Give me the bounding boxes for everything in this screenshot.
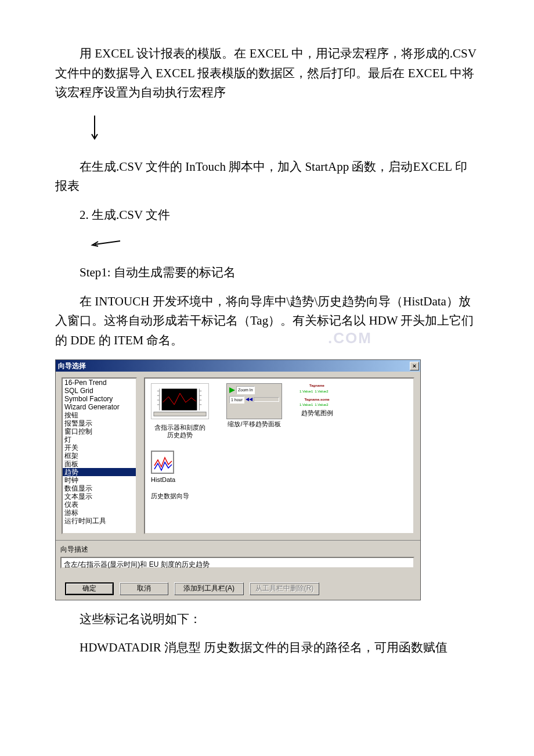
histdata-icon — [151, 451, 174, 474]
play-icon — [229, 387, 235, 393]
paragraph-6: 这些标记名说明如下： — [55, 610, 479, 629]
wizard-item-label: 趋势笔图例 — [300, 409, 334, 417]
list-item[interactable]: 开关 — [63, 444, 136, 452]
list-item[interactable]: 运行时间工具 — [63, 517, 136, 525]
close-button[interactable]: × — [410, 362, 419, 370]
preview-panel: 含指示器和刻度的 历史趋势 Zoom In 1 hour ◀◀ — [144, 377, 414, 534]
add-toolbar-button[interactable]: 添加到工具栏(A) — [174, 582, 244, 595]
list-item[interactable]: 灯 — [63, 435, 136, 444]
category-listbox[interactable]: 16-Pen Trend SQL Grid Symbol Factory Wiz… — [62, 377, 137, 534]
paragraph-5: 在 INTOUCH 开发环境中，将向导库中\趋势\历史趋势向导（HistData… — [55, 292, 479, 351]
wizard-item-histdata[interactable]: HistData 历史数据向导 — [151, 451, 407, 500]
list-item[interactable]: 文本显示 — [63, 492, 136, 501]
list-item[interactable]: 按钮 — [63, 411, 136, 419]
remove-toolbar-button: 从工具栏中删除(R) — [250, 582, 319, 595]
wizard-item-label: 含指示器和刻度的 历史趋势 — [151, 424, 209, 439]
ok-button[interactable]: 确定 — [65, 582, 114, 595]
dialog-titlebar: 向导选择 × — [56, 360, 420, 372]
cancel-button[interactable]: 取消 — [120, 582, 168, 595]
dialog-title: 向导选择 — [58, 361, 86, 372]
paragraph-1: 用 EXCEL 设计报表的模版。在 EXCEL 中，用记录宏程序，将形成的.CS… — [55, 44, 479, 103]
arrow-down-icon — [90, 114, 479, 148]
svg-rect-3 — [162, 389, 197, 411]
wizard-item-zoom-pan[interactable]: Zoom In 1 hour ◀◀ 缩放/平移趋势面板 — [226, 383, 282, 439]
step-heading: Step1: 自动生成需要的标记名 — [55, 263, 479, 283]
list-item[interactable]: 报警显示 — [63, 419, 136, 427]
description-field: 含左/右指示器(显示时间)和 EU 刻度的历史趋势 — [60, 557, 414, 568]
list-item[interactable]: 框架 — [63, 452, 136, 460]
list-item[interactable]: 游标 — [63, 509, 136, 517]
list-item[interactable]: Wizard Generator — [63, 403, 136, 411]
paragraph-7: HDWDATADIR 消息型 历史数据文件的目录的路径名，可用函数赋值 — [55, 638, 479, 658]
list-item[interactable]: 数值显示 — [63, 484, 136, 492]
arrow-left-icon — [90, 234, 119, 254]
wizard-dialog: 向导选择 × 16-Pen Trend SQL Grid Symbol Fact… — [55, 359, 421, 600]
hour-label: 1 hour — [229, 396, 244, 404]
list-item[interactable]: Symbol Factory — [63, 395, 136, 403]
list-item[interactable]: 16-Pen Trend — [63, 379, 136, 387]
list-item[interactable]: 窗口控制 — [63, 427, 136, 435]
list-item[interactable]: 时钟 — [63, 476, 136, 484]
section-heading: 2. 生成.CSV 文件 — [55, 206, 479, 225]
wizard-item-legend[interactable]: Tagname 1.Value11.Value2 Tagname.some 1.… — [300, 383, 334, 439]
list-item[interactable]: SQL Grid — [63, 387, 136, 395]
list-item-selected[interactable]: 趋势 — [63, 468, 136, 476]
list-item[interactable]: 面板 — [63, 460, 136, 468]
list-item[interactable]: 仪表 — [63, 501, 136, 509]
wizard-item-trend[interactable]: 含指示器和刻度的 历史趋势 — [151, 383, 209, 439]
zoom-label: Zoom In — [236, 386, 255, 394]
rewind-icon: ◀◀ — [246, 396, 252, 404]
histdata-label: 历史数据向导 — [151, 492, 407, 500]
description-label: 向导描述 — [60, 544, 414, 555]
svg-line-1 — [95, 241, 120, 244]
svg-rect-14 — [154, 412, 206, 416]
wizard-item-label: 缩放/平移趋势面板 — [226, 420, 282, 428]
histdata-name: HistData — [151, 475, 407, 485]
paragraph-2: 在生成.CSV 文件的 InTouch 脚本中，加入 StartApp 函数，启… — [55, 157, 479, 196]
